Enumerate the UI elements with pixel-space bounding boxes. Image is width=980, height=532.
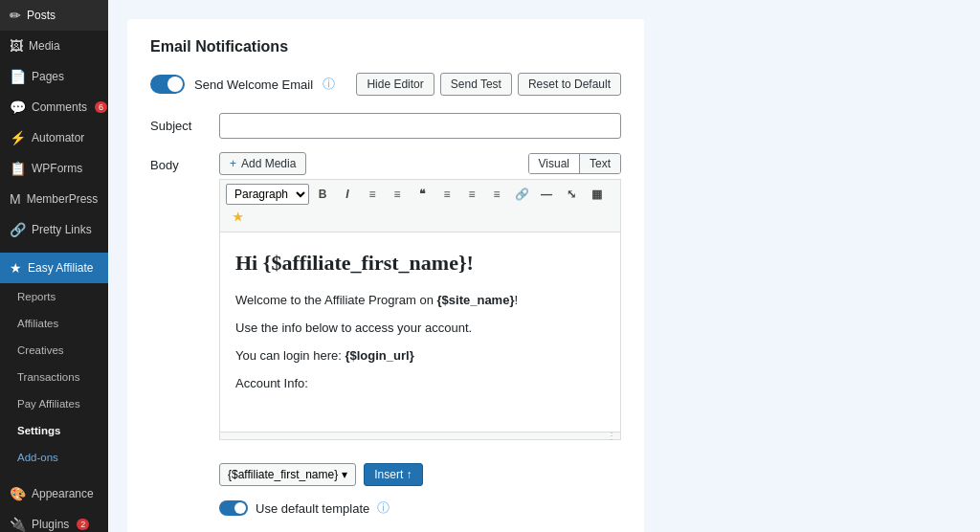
- table-button[interactable]: ▦: [585, 184, 608, 205]
- sidebar-item-label: Comments: [32, 100, 87, 114]
- use-default-label: Use default template: [256, 501, 369, 516]
- posts-icon: ✏: [10, 8, 21, 23]
- use-default-toggle[interactable]: [219, 500, 248, 516]
- memberpress-icon: M: [10, 191, 21, 207]
- creatives-label: Creatives: [17, 344, 64, 356]
- use-default-row: Use default template ⓘ: [219, 499, 621, 517]
- body-row: Body + Add Media Visual Text Paragraph: [150, 152, 621, 450]
- tab-text[interactable]: Text: [580, 154, 620, 173]
- variable-select-value: {$affiliate_first_name}: [228, 468, 338, 481]
- align-right-button[interactable]: ≡: [485, 184, 508, 205]
- send-welcome-row: Send Welcome Email ⓘ Hide Editor Send Te…: [150, 73, 621, 96]
- ol-button[interactable]: ≡: [386, 184, 409, 205]
- subject-field: [219, 113, 621, 139]
- transactions-label: Transactions: [17, 371, 79, 383]
- panel-title: Email Notifications: [150, 38, 621, 55]
- sidebar-item-label: Pretty Links: [32, 223, 92, 236]
- italic-button[interactable]: I: [336, 184, 359, 205]
- editor-para-1: Welcome to the Affiliate Program on {$si…: [235, 291, 605, 311]
- editor-wrap: + Add Media Visual Text Paragraph B I ≡: [219, 152, 621, 450]
- plugins-badge: 2: [77, 519, 89, 530]
- plugins-icon: 🔌: [10, 517, 26, 532]
- sidebar-item-comments[interactable]: 💬 Comments 6: [0, 92, 108, 122]
- blockquote-button[interactable]: ❝: [411, 184, 434, 205]
- sidebar-item-label: Automator: [32, 131, 84, 144]
- align-left-button[interactable]: ≡: [435, 184, 458, 205]
- easy-affiliate-icon: ★: [10, 260, 22, 276]
- sidebar-item-pages[interactable]: 📄 Pages: [0, 61, 108, 92]
- editor-para-3: You can login here: {$login_url}: [235, 346, 605, 366]
- sidebar-item-memberpress[interactable]: M MemberPress: [0, 184, 108, 214]
- hide-editor-button[interactable]: Hide Editor: [356, 73, 434, 96]
- sidebar-item-posts[interactable]: ✏ Posts: [0, 0, 108, 31]
- editor-topbar: + Add Media Visual Text: [219, 152, 621, 175]
- settings-label: Settings: [17, 425, 60, 436]
- send-welcome-label: Send Welcome Email: [194, 78, 313, 92]
- sidebar-item-pretty-links[interactable]: 🔗 Pretty Links: [0, 214, 108, 245]
- editor-para-2: Use the info below to access your accoun…: [235, 319, 605, 339]
- insert-button[interactable]: Insert ↑: [364, 463, 422, 486]
- tab-visual[interactable]: Visual: [529, 154, 580, 173]
- star-button[interactable]: ★: [226, 207, 249, 228]
- bold-button[interactable]: B: [311, 184, 334, 205]
- plugins-label: Plugins: [32, 518, 69, 531]
- variable-select-wrap[interactable]: {$affiliate_first_name} ▾: [219, 463, 356, 486]
- appearance-icon: 🎨: [10, 486, 26, 501]
- pay-affiliates-label: Pay Affiliates: [17, 398, 80, 410]
- ul-button[interactable]: ≡: [361, 184, 384, 205]
- easy-affiliate-submenu: Reports Affiliates Creatives Transaction…: [0, 283, 108, 471]
- chevron-down-icon: ▾: [342, 468, 347, 481]
- sidebar-item-addons[interactable]: Add-ons: [0, 444, 108, 471]
- reset-default-button[interactable]: Reset to Default: [518, 73, 621, 96]
- subject-label: Subject: [150, 113, 208, 133]
- sidebar-item-label: MemberPress: [27, 192, 99, 206]
- sidebar-item-settings[interactable]: Settings: [0, 417, 108, 444]
- sidebar-item-creatives[interactable]: Creatives: [0, 337, 108, 364]
- comments-badge: 6: [95, 101, 107, 113]
- pages-icon: 📄: [10, 69, 26, 84]
- addons-label: Add-ons: [17, 452, 58, 463]
- wpforms-icon: 📋: [10, 161, 26, 176]
- subject-input[interactable]: [219, 113, 621, 139]
- comments-icon: 💬: [10, 100, 26, 115]
- send-welcome-info-icon[interactable]: ⓘ: [323, 76, 335, 93]
- sidebar-item-affiliates[interactable]: Affiliates: [0, 310, 108, 337]
- send-test-button[interactable]: Send Test: [440, 73, 512, 96]
- align-center-button[interactable]: ≡: [460, 184, 483, 205]
- sidebar-item-wpforms[interactable]: 📋 WPForms: [0, 153, 108, 184]
- sidebar-item-automator[interactable]: ⚡ Automator: [0, 122, 108, 153]
- sidebar-item-easy-affiliate[interactable]: ★ Easy Affiliate: [0, 253, 108, 283]
- use-default-info-icon[interactable]: ⓘ: [377, 499, 390, 517]
- hr-button[interactable]: —: [535, 184, 558, 205]
- fullscreen-button[interactable]: ⤡: [560, 184, 583, 205]
- variable-insert-row: {$affiliate_first_name} ▾ Insert ↑: [219, 463, 621, 486]
- appearance-label: Appearance: [32, 487, 94, 500]
- paragraph-select[interactable]: Paragraph: [226, 184, 309, 205]
- prettylinks-icon: 🔗: [10, 222, 26, 237]
- visual-text-tabs: Visual Text: [528, 153, 621, 174]
- easy-affiliate-label: Easy Affiliate: [28, 261, 93, 275]
- media-icon: 🖼: [10, 38, 23, 54]
- reports-label: Reports: [17, 291, 56, 302]
- send-welcome-toggle[interactable]: [150, 75, 185, 94]
- sidebar-item-plugins[interactable]: 🔌 Plugins 2: [0, 509, 108, 532]
- editor-para-4: Account Info:: [235, 374, 605, 394]
- add-media-button[interactable]: + Add Media: [219, 152, 306, 175]
- body-label: Body: [150, 152, 208, 172]
- sidebar-item-transactions[interactable]: Transactions: [0, 364, 108, 390]
- sidebar-item-pay-affiliates[interactable]: Pay Affiliates: [0, 390, 108, 417]
- sidebar-item-label: Pages: [32, 70, 64, 83]
- resize-icon: ⋮: [607, 431, 616, 441]
- editor-heading: Hi {$affiliate_first_name}!: [235, 246, 605, 279]
- login-url-var: {$login_url}: [345, 348, 413, 363]
- sidebar-item-media[interactable]: 🖼 Media: [0, 31, 108, 61]
- sidebar: ✏ Posts 🖼 Media 📄 Pages 💬 Comments 6 ⚡ A…: [0, 0, 108, 532]
- automator-icon: ⚡: [10, 130, 26, 145]
- sidebar-item-reports[interactable]: Reports: [0, 283, 108, 310]
- link-button[interactable]: 🔗: [510, 184, 533, 205]
- sidebar-item-appearance[interactable]: 🎨 Appearance: [0, 478, 108, 509]
- editor-resize-handle[interactable]: ⋮: [219, 432, 621, 440]
- add-media-label: Add Media: [241, 157, 296, 170]
- editor-body[interactable]: Hi {$affiliate_first_name}! Welcome to t…: [219, 232, 621, 432]
- add-media-icon: +: [230, 157, 236, 170]
